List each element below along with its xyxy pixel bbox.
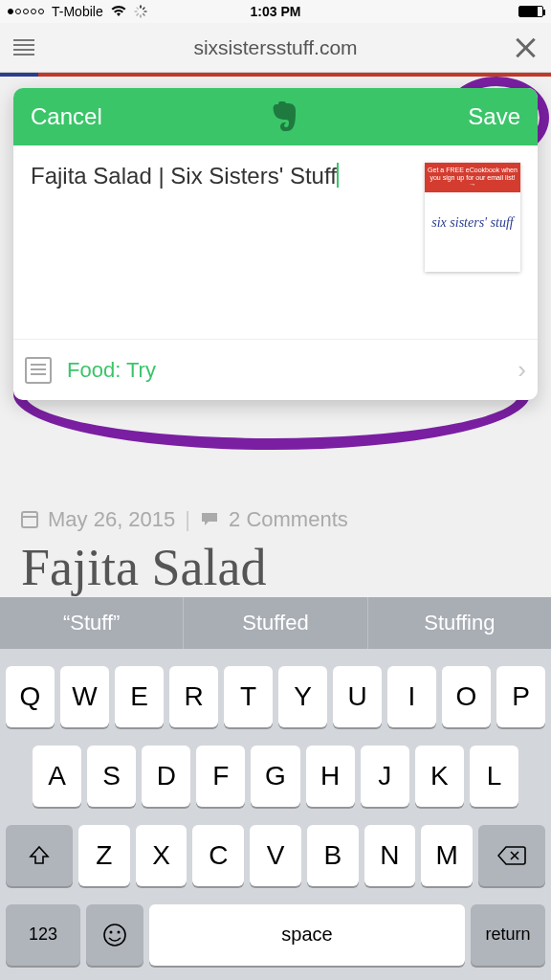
key-w[interactable]: W (60, 666, 109, 727)
key-row-1: Q W E R T Y U I O P (6, 666, 545, 727)
suggestion-0[interactable]: “Stuff” (0, 597, 184, 649)
key-a[interactable]: A (33, 746, 81, 807)
notebook-label: Food: Try (67, 358, 156, 383)
accent-stripe (0, 73, 551, 77)
url-label[interactable]: sixsistersstuff.com (193, 36, 357, 59)
key-r[interactable]: R (169, 666, 218, 727)
notebook-selector[interactable]: Food: Try › (13, 339, 538, 400)
cancel-button[interactable]: Cancel (31, 103, 102, 130)
chevron-right-icon: › (518, 355, 526, 385)
emoji-icon (102, 923, 127, 947)
text-cursor (337, 163, 339, 188)
key-h[interactable]: H (306, 746, 355, 807)
svg-point-10 (118, 930, 121, 933)
post-date: May 26, 2015 (48, 507, 175, 532)
carrier-label: T-Mobile (52, 4, 103, 19)
key-f[interactable]: F (196, 746, 245, 807)
key-u[interactable]: U (333, 666, 382, 727)
suggestion-bar: “Stuff” Stuffed Stuffing (0, 597, 551, 649)
signal-strength-icon (8, 9, 44, 14)
close-icon[interactable] (513, 35, 538, 60)
key-x[interactable]: X (136, 825, 187, 886)
notebook-icon (25, 357, 52, 384)
svg-line-3 (143, 14, 143, 15)
loading-spinner-icon (134, 5, 147, 18)
key-t[interactable]: T (224, 666, 273, 727)
key-n[interactable]: N (364, 825, 416, 886)
key-b[interactable]: B (307, 825, 359, 886)
status-left: T-Mobile (8, 4, 147, 19)
wifi-icon (111, 6, 126, 17)
key-s[interactable]: S (87, 746, 136, 807)
note-title-wrap[interactable]: Fajita Salad | Six Sisters' Stuff (31, 163, 413, 272)
status-right (515, 6, 543, 17)
key-d[interactable]: D (142, 746, 190, 807)
svg-point-9 (110, 930, 113, 933)
meta-separator: | (185, 507, 190, 532)
key-y[interactable]: Y (278, 666, 327, 727)
key-i[interactable]: I (387, 666, 436, 727)
key-m[interactable]: M (421, 825, 473, 886)
key-row-2: A S D F G H J K L (6, 746, 545, 807)
svg-point-8 (104, 924, 125, 946)
svg-line-7 (137, 8, 138, 9)
comment-icon (200, 511, 219, 528)
shift-icon (28, 844, 51, 867)
save-button[interactable]: Save (468, 103, 520, 130)
key-shift[interactable] (6, 825, 73, 886)
suggestion-2[interactable]: Stuffing (368, 597, 551, 649)
menu-icon[interactable] (13, 39, 34, 56)
browser-nav: sixsistersstuff.com (0, 23, 551, 73)
key-j[interactable]: J (361, 746, 409, 807)
calendar-icon (21, 511, 38, 528)
post-meta: May 26, 2015 | 2 Comments (21, 507, 530, 532)
key-numbers[interactable]: 123 (6, 904, 80, 966)
svg-line-5 (137, 14, 138, 15)
page-content: May 26, 2015 | 2 Comments Fajita Salad (21, 507, 530, 593)
key-c[interactable]: C (192, 825, 244, 886)
save-dialog: Cancel Save Fajita Salad | Six Sisters' … (13, 88, 538, 400)
status-bar: T-Mobile 1:03 PM (0, 0, 551, 23)
key-p[interactable]: P (496, 666, 545, 727)
key-e[interactable]: E (115, 666, 164, 727)
key-emoji[interactable] (86, 904, 143, 966)
dialog-header: Cancel Save (13, 88, 538, 145)
dialog-body: Fajita Salad | Six Sisters' Stuff Get a … (13, 145, 538, 272)
key-return[interactable]: return (471, 904, 545, 966)
thumb-logo: six sisters' stuff (425, 183, 520, 262)
key-z[interactable]: Z (78, 825, 130, 886)
comments-link[interactable]: 2 Comments (229, 507, 348, 532)
backspace-icon (497, 845, 526, 866)
key-v[interactable]: V (250, 825, 301, 886)
suggestion-1[interactable]: Stuffed (184, 597, 367, 649)
svg-line-1 (143, 8, 143, 9)
evernote-icon (270, 100, 300, 133)
note-title-input[interactable]: Fajita Salad | Six Sisters' Stuff (31, 163, 337, 189)
key-row-4: 123 space return (6, 904, 545, 966)
status-time: 1:03 PM (251, 4, 301, 19)
page-thumbnail: Get a FREE eCookbook when you sign up fo… (425, 163, 520, 272)
key-row-3: Z X C V B N M (6, 825, 545, 886)
key-g[interactable]: G (251, 746, 299, 807)
key-l[interactable]: L (470, 746, 518, 807)
key-space[interactable]: space (149, 904, 465, 966)
key-backspace[interactable] (478, 825, 545, 886)
page-title: Fajita Salad (21, 542, 530, 593)
battery-icon (518, 6, 543, 17)
key-o[interactable]: O (442, 666, 491, 727)
key-q[interactable]: Q (6, 666, 55, 727)
key-k[interactable]: K (415, 746, 464, 807)
keyboard: “Stuff” Stuffed Stuffing Q W E R T Y U I… (0, 597, 551, 980)
